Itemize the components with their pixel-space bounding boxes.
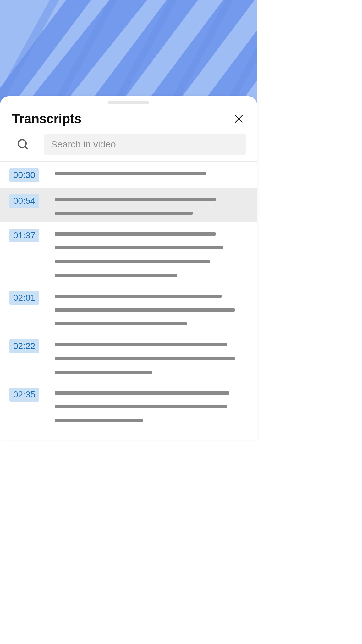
text-line-placeholder (55, 246, 223, 249)
text-line-placeholder (55, 308, 235, 312)
text-line-placeholder (55, 232, 216, 236)
timestamp-badge[interactable]: 02:01 (9, 291, 39, 305)
timestamp-badge[interactable]: 00:54 (9, 194, 39, 208)
close-button[interactable] (231, 111, 246, 126)
search-row (0, 131, 257, 161)
text-line-placeholder (55, 405, 227, 408)
timestamp-badge[interactable]: 01:37 (9, 229, 39, 242)
transcript-text (55, 168, 246, 177)
search-icon-wrap[interactable] (12, 138, 34, 151)
search-icon (17, 138, 29, 151)
text-line-placeholder (55, 260, 210, 263)
transcript-text (55, 228, 246, 279)
close-icon (233, 114, 244, 124)
transcript-row[interactable]: 01:37 (0, 222, 257, 285)
text-line-placeholder (55, 172, 206, 175)
svg-point-3 (18, 140, 26, 147)
text-line-placeholder (55, 371, 152, 374)
search-input[interactable] (44, 134, 246, 155)
transcript-row[interactable]: 00:54 (0, 188, 257, 222)
timestamp-badge[interactable]: 02:35 (9, 388, 39, 402)
transcript-row[interactable]: 02:22 (0, 333, 257, 381)
text-line-placeholder (55, 295, 222, 298)
timestamp-badge[interactable]: 02:22 (9, 339, 39, 353)
text-line-placeholder (55, 198, 216, 201)
video-thumbnail-bg (0, 0, 257, 104)
transcript-text (55, 193, 246, 217)
transcript-row[interactable]: 00:30 (0, 162, 257, 188)
transcript-sheet: Transcripts 00:3000:5401:3702:0102:2202:… (0, 96, 257, 440)
transcript-text (55, 387, 246, 424)
text-line-placeholder (55, 274, 177, 277)
transcript-row[interactable]: 02:01 (0, 285, 257, 333)
drag-handle[interactable] (108, 101, 149, 104)
transcript-text (55, 339, 246, 376)
transcript-text (55, 290, 246, 327)
text-line-placeholder (55, 419, 143, 422)
text-line-placeholder (55, 391, 229, 395)
timestamp-badge[interactable]: 00:30 (9, 168, 39, 182)
sheet-title: Transcripts (12, 111, 81, 126)
svg-line-4 (25, 147, 28, 149)
transcript-list[interactable]: 00:3000:5401:3702:0102:2202:35 (0, 162, 257, 430)
transcript-row[interactable]: 02:35 (0, 381, 257, 430)
text-line-placeholder (55, 322, 187, 325)
text-line-placeholder (55, 343, 227, 346)
text-line-placeholder (55, 357, 235, 360)
sheet-header: Transcripts (0, 107, 257, 131)
text-line-placeholder (55, 212, 193, 215)
